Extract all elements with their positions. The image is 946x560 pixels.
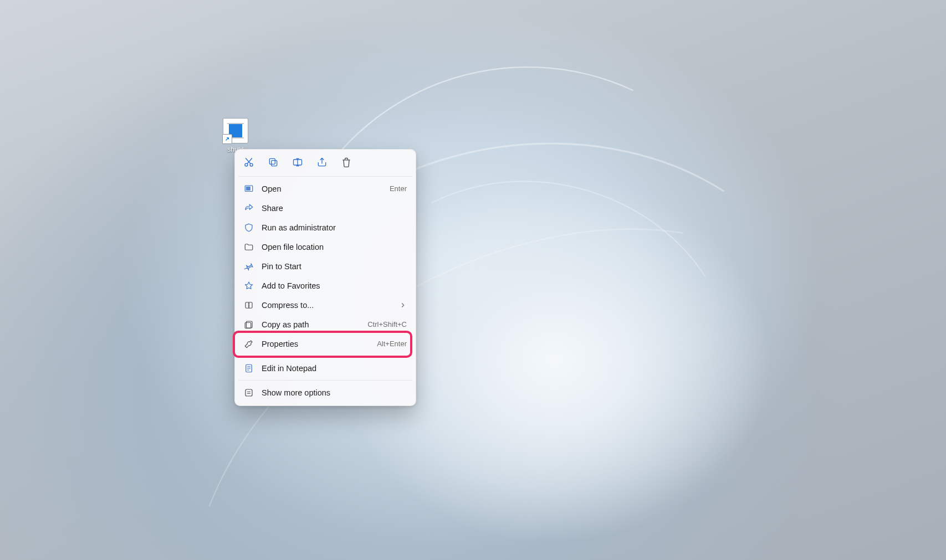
context-menu: Open Enter Share Run as administrator Op…	[234, 149, 416, 406]
shield-icon	[244, 223, 254, 233]
desktop-shortcut[interactable]: shutd	[214, 118, 257, 153]
menu-item-share[interactable]: Share	[238, 198, 412, 218]
share-icon[interactable]	[316, 156, 328, 168]
desktop[interactable]: shutd Open Enter	[0, 0, 946, 560]
menu-item-label: Properties	[262, 340, 369, 348]
wrench-icon	[244, 339, 254, 349]
menu-item-accel: Alt+Enter	[377, 340, 407, 348]
menu-item-label: Edit in Notepad	[262, 364, 407, 373]
menu-item-label: Share	[262, 204, 407, 213]
svg-rect-3	[269, 158, 275, 164]
menu-item-label: Compress to...	[262, 301, 391, 310]
shortcut-icon	[223, 118, 248, 143]
menu-item-label: Show more options	[262, 388, 407, 397]
menu-item-label: Pin to Start	[262, 262, 407, 271]
menu-item-label: Copy as path	[262, 320, 360, 329]
copy-icon[interactable]	[267, 156, 279, 168]
menu-item-compress[interactable]: Compress to...	[238, 295, 412, 315]
menu-item-properties[interactable]: Properties Alt+Enter	[238, 334, 412, 353]
menu-item-pin-to-start[interactable]: Pin to Start	[238, 256, 412, 276]
folder-icon	[244, 242, 254, 252]
delete-icon[interactable]	[340, 156, 352, 168]
star-icon	[244, 281, 254, 291]
menu-item-label: Open	[262, 184, 382, 193]
chevron-right-icon	[399, 301, 407, 309]
svg-rect-2	[272, 161, 277, 166]
cut-icon[interactable]	[243, 156, 255, 168]
menu-item-open[interactable]: Open Enter	[238, 179, 412, 198]
context-menu-iconbar	[238, 153, 412, 174]
menu-item-label: Run as administrator	[262, 223, 407, 232]
archive-icon	[244, 300, 254, 310]
svg-point-0	[245, 163, 248, 166]
menu-separator	[238, 380, 412, 381]
menu-item-accel: Enter	[390, 184, 407, 193]
menu-item-label: Add to Favorites	[262, 281, 407, 290]
rename-icon[interactable]	[292, 156, 304, 168]
svg-rect-9	[245, 322, 251, 328]
more-options-icon	[244, 388, 254, 398]
menu-separator	[238, 356, 412, 356]
menu-separator	[238, 176, 412, 177]
menu-item-show-more-options[interactable]: Show more options	[238, 383, 412, 402]
menu-item-label: Open file location	[262, 243, 407, 251]
copy-path-icon	[244, 320, 254, 330]
notepad-icon	[244, 363, 254, 373]
share-arrow-icon	[244, 203, 254, 213]
menu-item-accel: Ctrl+Shift+C	[367, 320, 407, 328]
menu-item-copy-as-path[interactable]: Copy as path Ctrl+Shift+C	[238, 315, 412, 334]
pin-icon	[244, 261, 254, 271]
svg-rect-6	[247, 187, 250, 190]
svg-point-1	[250, 163, 253, 166]
menu-item-add-to-favorites[interactable]: Add to Favorites	[238, 276, 412, 295]
menu-item-edit-in-notepad[interactable]: Edit in Notepad	[238, 358, 412, 378]
menu-item-open-file-location[interactable]: Open file location	[238, 237, 412, 256]
svg-rect-11	[246, 389, 252, 396]
shortcut-overlay-arrow-icon	[222, 134, 232, 144]
menu-item-run-as-admin[interactable]: Run as administrator	[238, 218, 412, 237]
open-icon	[244, 184, 254, 194]
